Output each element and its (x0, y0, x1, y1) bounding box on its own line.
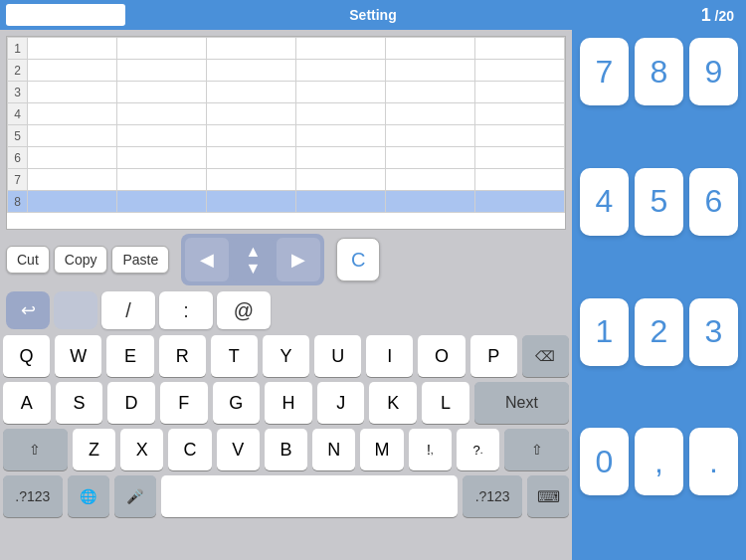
cell[interactable] (28, 125, 117, 147)
numpad-key-2[interactable]: 2 (635, 298, 683, 366)
shift-right-key[interactable]: ⇧ (504, 429, 569, 470)
cell[interactable] (296, 125, 386, 147)
cell[interactable] (117, 125, 207, 147)
key-y[interactable]: Y (263, 335, 309, 377)
cell[interactable] (475, 82, 565, 103)
key-k[interactable]: K (369, 382, 417, 424)
cell[interactable] (207, 147, 296, 169)
key-a[interactable]: A (3, 382, 51, 424)
cell[interactable] (386, 103, 475, 125)
cell[interactable] (475, 169, 565, 191)
top-bar-input[interactable] (6, 4, 125, 26)
cell[interactable] (475, 38, 565, 60)
cell[interactable] (28, 82, 117, 103)
symbols-key[interactable]: .?123 (3, 475, 63, 517)
numpad-key-4[interactable]: 4 (580, 168, 629, 236)
cell[interactable] (28, 169, 117, 191)
cell[interactable] (386, 191, 475, 213)
key-q[interactable]: Q (3, 335, 50, 377)
cell[interactable] (386, 38, 475, 60)
cell[interactable] (296, 169, 386, 191)
numpad-key-6[interactable]: 6 (689, 168, 738, 236)
cell[interactable] (207, 169, 296, 191)
key-g[interactable]: G (213, 382, 261, 424)
key-e[interactable]: E (106, 335, 153, 377)
key-l[interactable]: L (422, 382, 469, 424)
cell[interactable] (117, 82, 207, 103)
at-button[interactable]: @ (217, 291, 271, 329)
key-d[interactable]: D (107, 382, 155, 424)
cell[interactable] (296, 38, 386, 60)
key-b[interactable]: B (265, 429, 307, 470)
numpad-key-7[interactable]: 7 (580, 38, 629, 105)
cell[interactable] (386, 169, 475, 191)
key-w[interactable]: W (55, 335, 101, 377)
numpad-key-8[interactable]: 8 (635, 38, 683, 105)
paste-button[interactable]: Paste (111, 246, 169, 274)
cell[interactable] (117, 169, 207, 191)
key-i[interactable]: I (366, 335, 413, 377)
shift-key[interactable]: ⇧ (3, 429, 68, 470)
delete-key[interactable]: ⌫ (522, 335, 569, 377)
next-key[interactable]: Next (474, 382, 569, 424)
cell[interactable] (207, 191, 296, 213)
cell[interactable] (28, 60, 117, 82)
numpad-key-9[interactable]: 9 (689, 38, 738, 105)
cell[interactable] (475, 191, 565, 213)
undo-button[interactable]: ↩ (6, 291, 50, 329)
key-f[interactable]: F (160, 382, 208, 424)
cell[interactable] (117, 60, 207, 82)
cell[interactable] (28, 147, 117, 169)
cell[interactable] (475, 103, 565, 125)
arrow-up-down-button[interactable]: ▲ ▼ (231, 238, 275, 281)
numpad-key-.[interactable]: . (689, 428, 738, 495)
colon-button[interactable]: : (159, 291, 213, 329)
numpad-key-1[interactable]: 1 (580, 298, 629, 366)
cell[interactable] (28, 38, 117, 60)
key-r[interactable]: R (159, 335, 206, 377)
cell[interactable] (207, 38, 296, 60)
cell[interactable] (28, 191, 117, 213)
cell[interactable] (28, 103, 117, 125)
globe-key[interactable]: 🌐 (68, 475, 109, 517)
key-x[interactable]: X (120, 429, 163, 470)
key-t[interactable]: T (211, 335, 258, 377)
cell[interactable] (386, 147, 475, 169)
key-s[interactable]: S (56, 382, 103, 424)
key-z[interactable]: Z (73, 429, 115, 470)
numpad-key-3[interactable]: 3 (689, 298, 738, 366)
cell[interactable] (475, 60, 565, 82)
cell[interactable] (117, 147, 207, 169)
key-h[interactable]: H (265, 382, 312, 424)
key-n[interactable]: N (312, 429, 355, 470)
cell[interactable] (475, 147, 565, 169)
space-key[interactable] (161, 475, 459, 517)
cell[interactable] (475, 125, 565, 147)
cell[interactable] (296, 82, 386, 103)
cell[interactable] (296, 103, 386, 125)
cell[interactable] (207, 125, 296, 147)
symbols-right-key[interactable]: .?123 (463, 475, 522, 517)
clear-button[interactable]: C (336, 238, 380, 281)
key-exclaim[interactable]: !, (409, 429, 452, 470)
cell[interactable] (207, 82, 296, 103)
cut-button[interactable]: Cut (6, 246, 50, 274)
key-o[interactable]: O (418, 335, 465, 377)
key-p[interactable]: P (470, 335, 517, 377)
numpad-key-5[interactable]: 5 (635, 168, 683, 236)
cell[interactable] (117, 103, 207, 125)
key-c[interactable]: C (168, 429, 211, 470)
cell[interactable] (386, 82, 475, 103)
numpad-key-,[interactable]: , (635, 428, 683, 495)
key-m[interactable]: M (360, 429, 403, 470)
key-question[interactable]: ?. (457, 429, 499, 470)
cell[interactable] (117, 38, 207, 60)
cell[interactable] (386, 60, 475, 82)
copy-button[interactable]: Copy (54, 246, 108, 274)
arrow-left-button[interactable]: ◀ (185, 238, 229, 281)
cell[interactable] (296, 147, 386, 169)
cell[interactable] (207, 60, 296, 82)
cell[interactable] (296, 60, 386, 82)
cell[interactable] (117, 191, 207, 213)
mic-key[interactable]: 🎤 (114, 475, 156, 517)
